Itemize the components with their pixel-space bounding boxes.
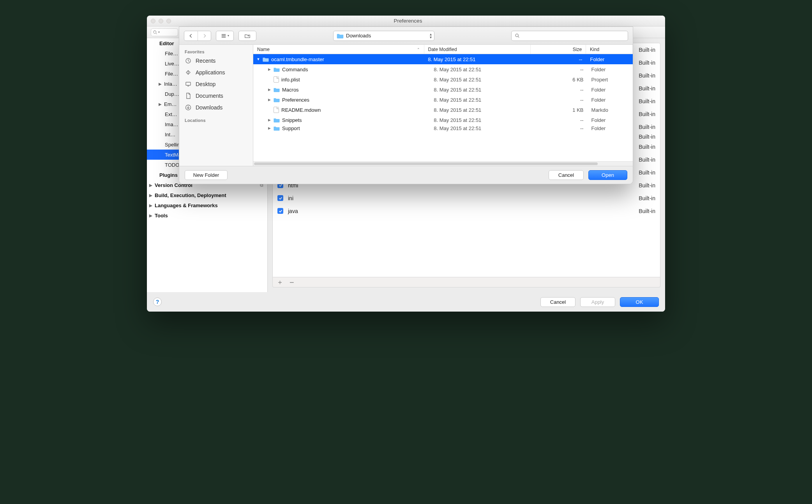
sidebar-item-label: Languages & Frameworks	[155, 203, 218, 208]
nav-forward-button[interactable]	[198, 31, 211, 41]
chevron-right-icon: ▶	[149, 193, 153, 197]
favorites-header: Favorites	[179, 48, 253, 55]
column-headers: Name⌃ Date Modified Size Kind	[253, 45, 633, 54]
chevron-right-icon[interactable]: ▶	[267, 67, 271, 71]
file-row[interactable]: ▶Commands8. May 2015 at 22:51--Folder	[253, 64, 633, 74]
preferences-window: Preferences ▾ EditorFile…Live…File…▶Inla…	[147, 16, 665, 312]
bundle-status: Built-in	[639, 157, 655, 163]
column-date[interactable]: Date Modified	[424, 45, 531, 54]
chevron-right-icon	[202, 33, 207, 39]
sidebar-item[interactable]: ▶Tools	[147, 210, 267, 220]
view-mode-button[interactable]: ▾	[216, 31, 234, 41]
file-row[interactable]: README.mdown8. May 2015 at 22:511 KBMark…	[253, 105, 633, 115]
location-popup[interactable]: Downloads ▴▾	[333, 31, 434, 41]
sidebar-item-label: Ext…	[165, 111, 177, 117]
help-button[interactable]: ?	[153, 298, 162, 306]
sheet-open-button[interactable]: Open	[588, 170, 627, 180]
column-name[interactable]: Name⌃	[253, 45, 424, 54]
cancel-button[interactable]: Cancel	[540, 297, 575, 307]
chevron-right-icon[interactable]: ▶	[267, 126, 271, 130]
file-row[interactable]: ▼ocaml.tmbundle-master8. May 2015 at 22:…	[253, 54, 633, 64]
zoom-icon[interactable]	[166, 19, 171, 23]
close-icon[interactable]	[151, 19, 155, 23]
bundle-status: Built-in	[639, 134, 655, 140]
file-row[interactable]: ▶Preferences8. May 2015 at 22:51--Folder	[253, 95, 633, 105]
add-bundle-button[interactable]: ＋	[277, 278, 283, 287]
file-kind: Folder	[588, 117, 633, 123]
sidebar-item[interactable]: ▶Languages & Frameworks	[147, 200, 267, 210]
file-row[interactable]: info.plist8. May 2015 at 22:516 KBProper…	[253, 74, 633, 85]
bundle-row[interactable]: javaBuilt-in	[273, 204, 660, 217]
search-icon	[515, 33, 520, 38]
file-size: --	[534, 97, 588, 103]
updown-icon: ▴▾	[430, 33, 432, 39]
file-list[interactable]: Name⌃ Date Modified Size Kind ▼ocaml.tmb…	[253, 45, 633, 166]
favorite-label: Downloads	[196, 104, 222, 111]
sidebar-item-label: Dup…	[165, 91, 179, 97]
bundles-toolbar: ＋ −	[272, 277, 660, 287]
sheet-sidebar[interactable]: FavoritesRecentsApplicationsDesktopDocum…	[179, 45, 253, 166]
checkbox[interactable]	[277, 195, 283, 201]
bundle-status: Built-in	[639, 182, 655, 189]
sidebar-item[interactable]: ▶Build, Execution, Deployment	[147, 190, 267, 200]
favorite-item[interactable]: Desktop	[179, 78, 253, 90]
preferences-search[interactable]: ▾	[151, 28, 178, 36]
horizontal-scrollbar[interactable]	[253, 161, 633, 166]
bundle-name: ini	[288, 195, 293, 201]
favorite-label: Recents	[196, 58, 215, 64]
column-size[interactable]: Size	[531, 45, 586, 54]
new-folder-toolbar-button[interactable]	[238, 31, 256, 41]
apply-button[interactable]: Apply	[580, 297, 615, 307]
nav-back-button[interactable]	[184, 31, 198, 41]
chevron-right-icon[interactable]: ▶	[267, 98, 271, 102]
file-name: Macros	[282, 87, 299, 93]
svg-line-1	[156, 33, 157, 34]
sheet-search[interactable]	[511, 31, 628, 41]
sheet-cancel-button[interactable]: Cancel	[549, 170, 584, 180]
chevron-down-icon: ▾	[158, 30, 160, 34]
column-kind[interactable]: Kind	[586, 45, 633, 54]
minimize-icon[interactable]	[159, 19, 163, 23]
desktop-icon	[185, 81, 192, 88]
file-row[interactable]: ▶Support8. May 2015 at 22:51--Folder	[253, 125, 633, 131]
file-kind: Markdo	[588, 107, 633, 113]
remove-bundle-button[interactable]: −	[289, 280, 294, 284]
bundle-status: Built-in	[639, 85, 655, 92]
bundle-status: Built-in	[639, 98, 655, 104]
file-icon	[274, 107, 279, 113]
chevron-down-icon[interactable]: ▼	[256, 57, 260, 61]
folder-icon	[274, 97, 280, 102]
file-size: --	[534, 125, 588, 131]
sort-asc-icon: ⌃	[417, 48, 420, 51]
folder-icon	[274, 87, 280, 92]
checkbox[interactable]	[277, 208, 283, 214]
file-row[interactable]: ▶Macros8. May 2015 at 22:51--Folder	[253, 85, 633, 95]
file-name: Preferences	[282, 97, 309, 103]
chevron-right-icon[interactable]: ▶	[267, 88, 271, 92]
sidebar-item-label: TODO	[165, 162, 179, 168]
new-folder-button[interactable]: New Folder	[185, 170, 228, 180]
favorite-item[interactable]: Documents	[179, 90, 253, 102]
file-date: 8. May 2015 at 22:51	[430, 67, 533, 72]
ok-button[interactable]: OK	[620, 297, 659, 307]
folder-plus-icon	[245, 33, 250, 39]
traffic-lights	[151, 19, 171, 23]
file-row[interactable]: ▶Snippets8. May 2015 at 22:51--Folder	[253, 115, 633, 125]
favorite-item[interactable]: Applications	[179, 67, 253, 78]
sidebar-item-label: Em…	[164, 101, 177, 107]
file-name: Support	[282, 125, 300, 131]
svg-rect-5	[186, 82, 191, 85]
chevron-right-icon[interactable]: ▶	[267, 118, 271, 122]
bundle-status: Built-in	[639, 60, 655, 66]
svg-point-0	[154, 30, 156, 33]
favorite-label: Applications	[196, 69, 225, 76]
bundle-row[interactable]: iniBuilt-in	[273, 192, 660, 204]
file-name: ocaml.tmbundle-master	[271, 56, 324, 62]
favorite-item[interactable]: Downloads	[179, 102, 253, 113]
window-title: Preferences	[175, 18, 641, 24]
sheet-toolbar: ▾ Downloads ▴▾	[179, 27, 633, 45]
bundle-name: java	[288, 208, 298, 214]
file-open-sheet: ▾ Downloads ▴▾ FavoritesRecentsAp	[179, 26, 633, 184]
chevron-right-icon: ▶	[149, 183, 153, 187]
favorite-item[interactable]: Recents	[179, 55, 253, 67]
